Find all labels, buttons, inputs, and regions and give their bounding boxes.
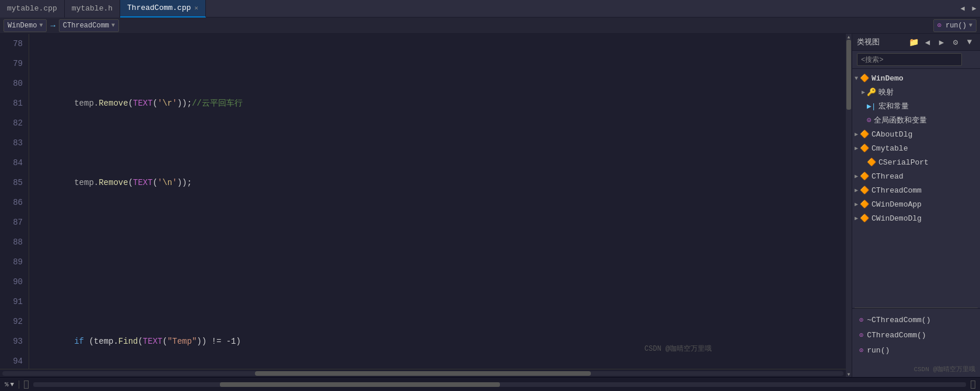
tree-root-label: WinDemo [872, 74, 904, 83]
v-scroll-thumb[interactable] [846, 40, 851, 110]
tree-root-windemo[interactable]: ▼ 🔶 WinDemo [852, 71, 980, 85]
tab-scroll-right[interactable]: ▶ [968, 0, 980, 18]
class-icon7: 🔶 [860, 214, 869, 223]
bottom-h-thumb[interactable] [220, 382, 500, 387]
v-scrollbar[interactable]: ▲ ▼ [846, 34, 852, 377]
scroll-left-small-btn[interactable] [24, 380, 29, 389]
line-numbers: 78 79 80 81 82 83 84 85 86 87 88 89 90 9… [0, 34, 29, 369]
globals-icon: ⊙ [867, 116, 872, 125]
expand-cthread-icon: ▶ [855, 173, 858, 180]
code-line-81: if (temp.Find(TEXT("Temp")) != -1) [35, 331, 840, 351]
member-destructor[interactable]: ⊙ ~CThreadComm() [852, 312, 980, 327]
bottom-h-scroll[interactable] [33, 382, 966, 387]
status-bar: % ▼ [0, 377, 980, 391]
zoom-dropdown-icon: ▼ [10, 381, 15, 388]
nav-arrow-icon: → [50, 21, 55, 30]
tree-item-cwindemodlg[interactable]: ▶ 🔶 CWinDemoDlg [852, 211, 980, 225]
member-icon: ⊙ [859, 316, 863, 324]
tree-item-caboutdlg[interactable]: ▶ 🔶 CAboutDlg [852, 127, 980, 141]
right-panel-watermark: CSDN @咖晴空万里哦 [852, 361, 980, 377]
tree-item-cmytable[interactable]: ▶ 🔶 Cmytable [852, 141, 980, 155]
nav-dropdown-windemo[interactable]: WinDemo ▼ [4, 19, 47, 32]
root-icon: 🔶 [860, 74, 869, 83]
right-panel-header: 类视图 📁 ◀ ▶ ⚙ ▼ [852, 34, 980, 51]
code-line-79: temp.Remove(TEXT('\n')); [35, 173, 840, 193]
member-run[interactable]: ⊙ run() [852, 343, 980, 358]
chevron-down-icon2: ▼ [111, 22, 115, 29]
tree-item-globals[interactable]: ▶ ⊙ 全局函数和变量 [852, 113, 980, 127]
nav-dropdown-class[interactable]: CThreadComm ▼ [59, 19, 119, 32]
tree-item-cwindemoapp[interactable]: ▶ 🔶 CWinDemoApp [852, 197, 980, 211]
dropdown-arrow-icon[interactable]: ▼ [964, 36, 975, 48]
tab-label: mytable.cpp [7, 4, 57, 13]
expand-cthreadcomm-icon: ▶ [855, 187, 858, 194]
status-divider [19, 380, 19, 389]
tree-item-mapping[interactable]: ▶ 🔑 映射 [852, 85, 980, 99]
tree-item-cserialport[interactable]: ▶ 🔶 CSerialPort [852, 155, 980, 169]
code-text[interactable]: temp.Remove(TEXT('\r'));//云平回车行 temp.Rem… [29, 34, 846, 369]
tree-label-cwindemodlg: CWinDemoDlg [872, 214, 922, 223]
tree-label-cwindemoapp: CWinDemoApp [872, 200, 922, 209]
tab-threadcomm-cpp[interactable]: ThreadComm.cpp ✕ [120, 0, 206, 18]
code-line-80 [35, 252, 840, 272]
tab-bar: mytable.cpp mytable.h ThreadComm.cpp ✕ ◀… [0, 0, 980, 18]
class-icon2: 🔶 [860, 144, 869, 153]
scroll-right-small-btn[interactable] [971, 380, 975, 389]
tree-label-cmytable: Cmytable [872, 144, 908, 153]
member-label-constructor: CThreadComm() [867, 331, 926, 340]
tree-label-caboutdlg: CAboutDlg [872, 130, 912, 139]
search-placeholder: <搜索> [861, 55, 883, 65]
code-editor[interactable]: 78 79 80 81 82 83 84 85 86 87 88 89 90 9… [0, 34, 846, 377]
settings-icon[interactable]: ⚙ [950, 36, 961, 48]
class-icon3: 🔶 [867, 158, 876, 167]
code-content[interactable]: 78 79 80 81 82 83 84 85 86 87 88 89 90 9… [0, 34, 846, 369]
class-icon6: 🔶 [860, 200, 869, 209]
scroll-down-icon[interactable]: ▼ [846, 371, 852, 377]
expand-arrow-icon: ▼ [855, 75, 858, 82]
code-line-78: temp.Remove(TEXT('\r'));//云平回车行 [35, 93, 840, 113]
chevron-down-icon3: ▼ [969, 22, 972, 29]
scroll-up-icon[interactable]: ▲ [846, 34, 852, 40]
collapse-arrow-icon: ▶ [862, 89, 865, 96]
tree-item-macro[interactable]: ▶ ▶| 宏和常量 [852, 99, 980, 113]
tree-label-cthreadcomm: CThreadComm [872, 186, 922, 195]
zoom-control[interactable]: % ▼ [5, 381, 14, 388]
chevron-down-icon: ▼ [39, 22, 43, 29]
tree-item-cthread[interactable]: ▶ 🔶 CThread [852, 169, 980, 183]
member-label-destructor: ~CThreadComm() [867, 316, 930, 324]
close-icon[interactable]: ✕ [194, 4, 198, 12]
expand-cwindemoapp-icon: ▶ [855, 201, 858, 208]
forward-icon[interactable]: ▶ [936, 36, 947, 48]
member-constructor[interactable]: ⊙ CThreadComm() [852, 327, 980, 343]
main-area: 78 79 80 81 82 83 84 85 86 87 88 89 90 9… [0, 34, 980, 377]
class-tree-view[interactable]: ▼ 🔶 WinDemo ▶ 🔑 映射 ▶ ▶| 宏和常量 ▶ ⊙ 全局函数和变量 [852, 69, 980, 308]
class-icon: 🔶 [860, 130, 869, 139]
folder-icon[interactable]: 📁 [908, 36, 919, 48]
tree-label-mapping: 映射 [878, 87, 894, 97]
h-scroll-thumb[interactable] [255, 371, 592, 376]
right-panel: 类视图 📁 ◀ ▶ ⚙ ▼ <搜索> ▼ 🔶 WinDemo ▶ 🔑 映射 [852, 34, 980, 377]
back-icon[interactable]: ◀ [922, 36, 933, 48]
tab-mytable-cpp[interactable]: mytable.cpp [0, 0, 65, 18]
nav-dropdown-method[interactable]: ⊙ run() ▼ [933, 19, 977, 32]
zoom-label: % [5, 381, 9, 388]
right-panel-toolbar: <搜索> [852, 51, 980, 69]
method-icon: ⊙ [937, 21, 942, 30]
nav-windemo-label: WinDemo [8, 22, 37, 30]
nav-method-label: run() [946, 22, 967, 30]
tree-item-cthreadcomm[interactable]: ▶ 🔶 CThreadComm [852, 183, 980, 197]
expand-cwindemodlg-icon: ▶ [855, 215, 858, 222]
tree-label-cserialport: CSerialPort [878, 158, 929, 167]
tab-label: ThreadComm.cpp [127, 4, 191, 12]
tab-scroll-left[interactable]: ◀ [957, 0, 968, 18]
expand-cabout-icon: ▶ [855, 131, 858, 138]
class-search-box[interactable]: <搜索> [857, 53, 962, 66]
tab-mytable-h[interactable]: mytable.h [65, 0, 120, 18]
tree-label-cthread: CThread [872, 172, 904, 181]
member-icon3: ⊙ [859, 346, 863, 355]
h-scroll-track[interactable] [2, 371, 844, 376]
tree-label-macro: 宏和常量 [878, 101, 909, 111]
tab-label: mytable.h [72, 4, 113, 13]
h-scrollbar[interactable] [0, 369, 846, 377]
nav-class-label: CThreadComm [63, 22, 109, 30]
